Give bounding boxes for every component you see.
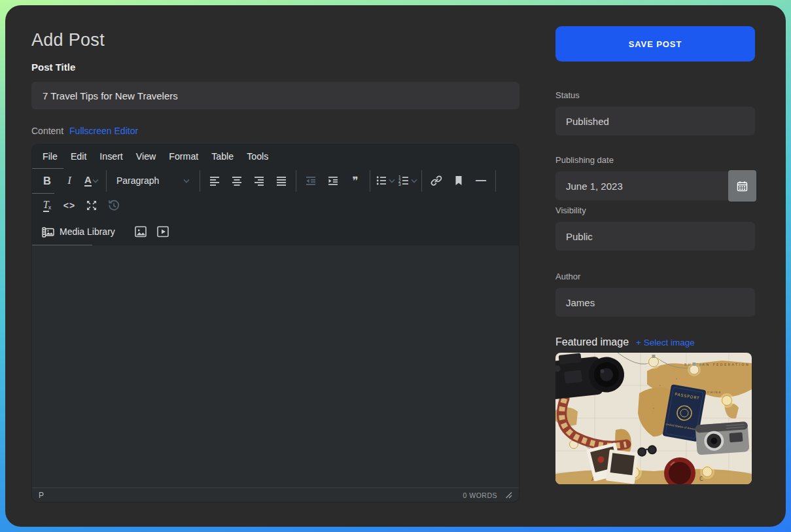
select-image-link[interactable]: + Select image bbox=[636, 338, 695, 347]
sidebar: SAVE POST Status Published Publishing da… bbox=[555, 26, 755, 507]
featured-image-label: Featured image bbox=[555, 336, 629, 348]
author-label: Author bbox=[555, 272, 755, 281]
toolbar-divider bbox=[32, 193, 54, 194]
editor-menubar: File Edit Insert View Format Table Tools bbox=[32, 145, 519, 168]
insert-image-button[interactable] bbox=[130, 221, 152, 243]
text-color-button[interactable]: A bbox=[80, 169, 103, 192]
svg-text:CHINA: CHINA bbox=[707, 391, 722, 394]
chevron-down-icon bbox=[411, 179, 417, 183]
horizontal-rule-button[interactable]: — bbox=[470, 169, 492, 192]
paragraph-style-dropdown[interactable]: Paragraph bbox=[110, 169, 196, 192]
menu-format[interactable]: Format bbox=[162, 148, 205, 165]
element-path[interactable]: P bbox=[39, 491, 44, 500]
toolbar-separator bbox=[296, 170, 296, 192]
chevron-down-icon bbox=[183, 179, 190, 183]
editor-toolbar-row1: B I A Paragraph bbox=[32, 168, 519, 193]
visibility-label: Visibility bbox=[555, 205, 755, 215]
toolbar-separator bbox=[370, 170, 370, 192]
svg-text:3: 3 bbox=[398, 182, 401, 186]
word-count: 0 WORDS bbox=[463, 491, 497, 499]
fullscreen-editor-link[interactable]: Fullscreen Editor bbox=[69, 126, 138, 136]
editor-toolbar-row3: Media Library bbox=[32, 218, 519, 245]
post-title-label: Post Title bbox=[31, 62, 519, 73]
page-title: Add Post bbox=[31, 30, 519, 50]
calendar-button[interactable] bbox=[728, 170, 756, 202]
toolbar-separator bbox=[200, 170, 200, 192]
clear-formatting-button[interactable]: T x bbox=[36, 194, 58, 217]
menu-edit[interactable]: Edit bbox=[64, 148, 93, 165]
menu-table[interactable]: Table bbox=[205, 148, 240, 165]
add-post-card: Add Post Post Title Content Fullscreen E… bbox=[5, 5, 786, 527]
publishing-date-field[interactable]: June 1, 2023 bbox=[555, 171, 755, 200]
bullet-list-button[interactable] bbox=[374, 169, 396, 192]
editor-toolbar-row2: T x <> bbox=[32, 193, 519, 218]
menu-file[interactable]: File bbox=[36, 148, 64, 165]
fullscreen-button[interactable] bbox=[80, 194, 103, 217]
author-field[interactable]: James bbox=[555, 288, 755, 317]
toolbar-divider bbox=[32, 168, 63, 169]
editor-statusbar: P 0 WORDS bbox=[32, 488, 519, 502]
status-label: Status bbox=[555, 90, 755, 100]
align-center-button[interactable] bbox=[226, 169, 248, 192]
content-label: Content bbox=[31, 126, 63, 136]
outdent-button[interactable] bbox=[300, 169, 322, 192]
bookmark-anchor-button[interactable] bbox=[448, 169, 470, 192]
insert-video-button[interactable] bbox=[152, 221, 174, 243]
editor-header: File Edit Insert View Format Table Tools… bbox=[32, 145, 519, 245]
toolbar-divider bbox=[32, 245, 92, 245]
toolbar-separator bbox=[106, 170, 107, 192]
italic-button[interactable]: I bbox=[58, 169, 80, 192]
menu-view[interactable]: View bbox=[130, 148, 163, 165]
toolbar-separator bbox=[495, 170, 496, 192]
align-right-button[interactable] bbox=[248, 169, 270, 192]
restore-draft-button[interactable] bbox=[103, 194, 125, 217]
link-button[interactable] bbox=[425, 169, 448, 192]
media-library-button[interactable]: Media Library bbox=[36, 221, 120, 243]
menu-insert[interactable]: Insert bbox=[93, 148, 129, 165]
media-library-icon bbox=[41, 225, 55, 239]
indent-button[interactable] bbox=[322, 169, 344, 192]
toolbar-separator bbox=[421, 170, 422, 192]
chevron-down-icon bbox=[92, 179, 99, 183]
save-post-button[interactable]: SAVE POST bbox=[555, 26, 755, 62]
resize-handle-icon[interactable] bbox=[505, 491, 512, 499]
source-code-button[interactable]: <> bbox=[58, 194, 80, 217]
editor-content-area[interactable] bbox=[32, 245, 519, 488]
status-field[interactable]: Published bbox=[555, 107, 755, 135]
numbered-list-button[interactable]: 123 bbox=[396, 169, 418, 192]
blockquote-button[interactable]: ❞ bbox=[344, 169, 366, 192]
align-justify-button[interactable] bbox=[270, 169, 292, 192]
visibility-field[interactable]: Public bbox=[555, 222, 755, 251]
menu-tools[interactable]: Tools bbox=[240, 148, 275, 165]
publishing-date-label: Publishing date bbox=[555, 155, 755, 165]
chevron-down-icon bbox=[389, 179, 395, 183]
main-column: Add Post Post Title Content Fullscreen E… bbox=[31, 26, 519, 507]
featured-image-preview: RUSSIAN FEDERATION CHINA A C bbox=[555, 353, 752, 484]
post-title-input[interactable] bbox=[31, 82, 519, 109]
rich-text-editor: File Edit Insert View Format Table Tools… bbox=[31, 144, 519, 503]
bold-button[interactable]: B bbox=[36, 169, 58, 192]
calendar-icon bbox=[736, 180, 748, 192]
align-left-button[interactable] bbox=[203, 169, 226, 192]
